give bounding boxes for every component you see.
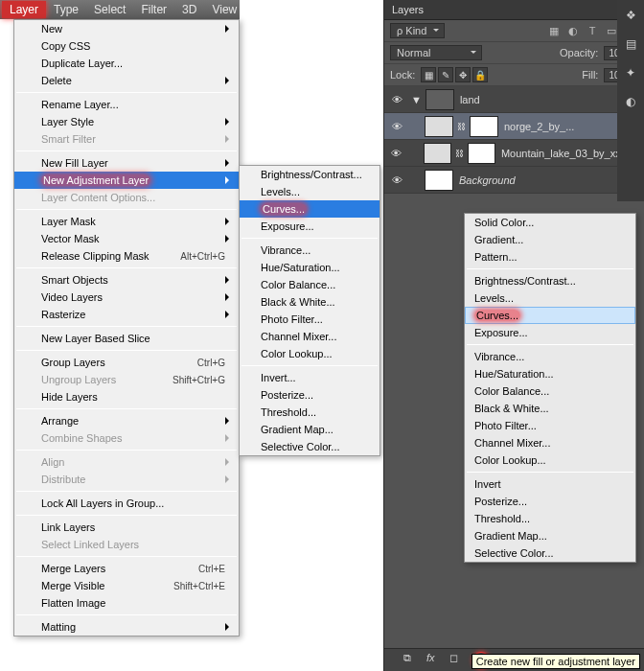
menu-item[interactable]: Lock All Layers in Group...	[14, 495, 239, 512]
menu-select[interactable]: Select	[86, 1, 133, 18]
menu-item[interactable]: Matting	[14, 618, 239, 636]
popup-item[interactable]: Color Balance...	[465, 382, 635, 400]
tooltip: Create new fill or adjustment layer	[472, 654, 640, 669]
submenu-item[interactable]: Brightness/Contrast...	[240, 166, 380, 183]
dock-layers-icon[interactable]: ❖	[621, 6, 640, 25]
popup-item[interactable]: Solid Color...	[465, 214, 635, 231]
link-layers-icon[interactable]: ⧉	[403, 652, 421, 669]
popup-item[interactable]: Curves...	[465, 307, 635, 324]
submenu-item[interactable]: Invert...	[240, 369, 380, 386]
menu-item[interactable]: Hide Layers	[14, 388, 239, 405]
menu-layer[interactable]: Layer	[2, 1, 46, 18]
submenu-item[interactable]: Black & White...	[240, 293, 380, 311]
submenu-item[interactable]: Photo Filter...	[240, 311, 380, 328]
lock-image-icon[interactable]: ✎	[438, 67, 453, 82]
submenu-item[interactable]: Selective Color...	[240, 438, 380, 455]
layer-style-icon[interactable]: fx	[426, 652, 444, 669]
menu-3d[interactable]: 3D	[174, 1, 204, 18]
submenu-item[interactable]: Vibrance...	[240, 242, 380, 259]
popup-item[interactable]: Pattern...	[465, 248, 635, 266]
lock-position-icon[interactable]: ✥	[455, 67, 471, 82]
menu-item[interactable]: Merge VisibleShift+Ctrl+E	[14, 577, 239, 594]
menu-item[interactable]: Layer Style	[14, 113, 239, 130]
menu-item[interactable]: New Layer Based Slice	[14, 330, 239, 347]
menu-item: Combine Shapes	[14, 429, 239, 447]
menu-item[interactable]: Copy CSS	[14, 37, 239, 55]
menu-type[interactable]: Type	[46, 1, 86, 18]
menu-item[interactable]: Merge LayersCtrl+E	[14, 560, 239, 577]
submenu-item[interactable]: Levels...	[240, 183, 380, 200]
popup-item[interactable]: Color Lookup...	[465, 451, 635, 469]
submenu-item[interactable]: Exposure...	[240, 218, 380, 235]
popup-item[interactable]: Invert	[465, 475, 635, 493]
submenu-item[interactable]: Color Lookup...	[240, 345, 380, 362]
menu-filter[interactable]: Filter	[133, 1, 174, 18]
menu-item[interactable]: Duplicate Layer...	[14, 55, 239, 72]
popup-item[interactable]: Photo Filter...	[465, 417, 635, 434]
menu-item: Smart Filter	[14, 130, 239, 148]
popup-item[interactable]: Threshold...	[465, 510, 635, 527]
menu-item[interactable]: Group LayersCtrl+G	[14, 354, 239, 371]
dock-channels-icon[interactable]: ▤	[621, 35, 640, 54]
submenu-item[interactable]: Gradient Map...	[240, 421, 380, 438]
layer-mask-icon[interactable]: ◻	[449, 652, 467, 669]
menu-item[interactable]: Layer Mask	[14, 213, 239, 230]
layer-row[interactable]: 👁⛓Mountain_lake_03_by_xxM...	[384, 140, 644, 167]
submenu-item[interactable]: Curves...	[240, 200, 380, 218]
menu-item[interactable]: Video Layers	[14, 289, 239, 306]
filter-adjust-icon[interactable]: ◐	[565, 23, 581, 38]
menu-item[interactable]: Arrange	[14, 412, 239, 429]
popup-item[interactable]: Hue/Saturation...	[465, 365, 635, 382]
layer-menu[interactable]: NewCopy CSSDuplicate Layer...DeleteRenam…	[13, 19, 240, 636]
popup-item[interactable]: Selective Color...	[465, 544, 635, 562]
submenu-item[interactable]: Color Balance...	[240, 276, 380, 293]
layer-row[interactable]: 👁Background🔒	[384, 167, 644, 194]
menubar[interactable]: LayerTypeSelectFilter3DView	[0, 0, 240, 19]
menu-item: Layer Content Options...	[14, 189, 239, 206]
popup-item[interactable]: Vibrance...	[465, 348, 635, 365]
popup-item[interactable]: Channel Mixer...	[465, 434, 635, 451]
menu-item[interactable]: Delete	[14, 72, 239, 89]
submenu-item[interactable]: Hue/Saturation...	[240, 259, 380, 276]
visibility-icon[interactable]: 👁	[390, 94, 403, 105]
submenu-item[interactable]: Threshold...	[240, 404, 380, 421]
filter-type-icon[interactable]: T	[585, 23, 600, 38]
popup-item[interactable]: Gradient...	[465, 231, 635, 248]
submenu-item[interactable]: Channel Mixer...	[240, 328, 380, 345]
menu-item[interactable]: New Fill Layer	[14, 154, 239, 172]
layer-name: land	[460, 94, 480, 105]
kind-select[interactable]: ρ Kind	[390, 23, 445, 38]
popup-item[interactable]: Levels...	[465, 289, 635, 307]
menu-item[interactable]: New	[14, 20, 239, 37]
menu-item[interactable]: Smart Objects	[14, 271, 239, 289]
menu-item[interactable]: Rename Layer...	[14, 96, 239, 113]
menu-item[interactable]: Release Clipping MaskAlt+Ctrl+G	[14, 247, 239, 265]
popup-item[interactable]: Gradient Map...	[465, 527, 635, 544]
filter-pixel-icon[interactable]: ▦	[546, 23, 562, 38]
menu-item: Align	[14, 453, 239, 471]
layer-row[interactable]: 👁▼land	[384, 86, 644, 113]
menu-view[interactable]: View	[204, 1, 244, 18]
adjustment-popup[interactable]: Solid Color...Gradient...Pattern...Brigh…	[464, 213, 636, 563]
menu-item: Ungroup LayersShift+Ctrl+G	[14, 371, 239, 388]
menu-item[interactable]: New Adjustment Layer	[14, 172, 239, 189]
popup-item[interactable]: Posterize...	[465, 493, 635, 510]
lock-all-icon[interactable]: 🔒	[472, 67, 488, 82]
menu-item[interactable]: Vector Mask	[14, 230, 239, 247]
menu-item[interactable]: Flatten Image	[14, 594, 239, 612]
blend-mode-select[interactable]: Normal	[390, 45, 482, 60]
popup-item[interactable]: Exposure...	[465, 324, 635, 341]
menu-item[interactable]: Link Layers	[14, 519, 239, 536]
popup-item[interactable]: Brightness/Contrast...	[465, 272, 635, 289]
popup-item[interactable]: Black & White...	[465, 400, 635, 417]
menu-item[interactable]: Rasterize	[14, 306, 239, 323]
visibility-icon[interactable]: 👁	[390, 174, 403, 186]
visibility-icon[interactable]: 👁	[390, 148, 402, 159]
dock-paths-icon[interactable]: ✦	[621, 63, 640, 82]
new-adjustment-layer-submenu[interactable]: Brightness/Contrast...Levels...Curves...…	[239, 165, 380, 456]
submenu-item[interactable]: Posterize...	[240, 386, 380, 404]
layer-row[interactable]: 👁⛓norge_2_by_...	[384, 113, 644, 140]
visibility-icon[interactable]: 👁	[390, 121, 403, 132]
dock-adjustments-icon[interactable]: ◐	[621, 92, 640, 111]
lock-transparent-icon[interactable]: ▦	[421, 67, 436, 82]
